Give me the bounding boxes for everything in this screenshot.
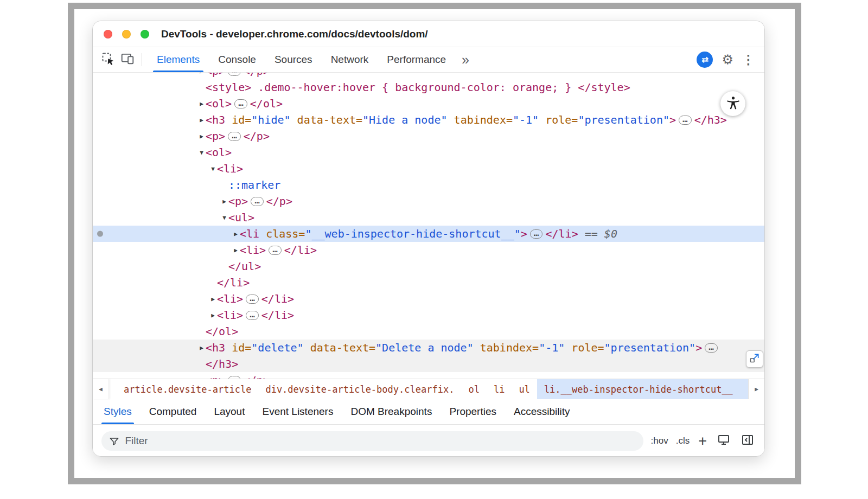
dom-token-val: "Delete a node" (375, 341, 474, 354)
dom-token-attr: data-text= (304, 341, 375, 354)
toggle-sidebar-button[interactable] (739, 433, 756, 449)
dom-tree-row[interactable]: ▶<ol>…</ol> (93, 95, 764, 112)
breadcrumb-item[interactable]: li.__web-inspector-hide-shortcut__ (537, 379, 748, 399)
collapsed-triangle-icon[interactable]: ▶ (197, 73, 206, 75)
ellipsis-expand-button[interactable]: … (269, 246, 282, 255)
dom-tree-row[interactable]: ▶<p>…</p> (93, 193, 764, 209)
ellipsis-expand-button[interactable]: … (530, 229, 543, 239)
expanded-triangle-icon[interactable]: ▼ (197, 149, 206, 156)
ellipsis-expand-button[interactable]: … (246, 311, 259, 320)
inspect-element-button[interactable] (98, 50, 118, 69)
indent-spacer (93, 364, 197, 364)
tab-properties[interactable]: Properties (441, 399, 505, 424)
dom-token-tag: </ol> (250, 97, 283, 110)
dom-tree-row[interactable]: </ol> (93, 323, 764, 340)
dom-tree-row[interactable]: </h3> (93, 356, 764, 372)
dom-tree-row[interactable]: </ul> (93, 258, 764, 274)
ellipsis-expand-button[interactable]: … (679, 116, 692, 125)
tab-event-listeners[interactable]: Event Listeners (253, 399, 342, 424)
breadcrumb-scroll-right-button[interactable]: ▶ (748, 379, 764, 399)
device-toolbar-button[interactable] (118, 50, 137, 69)
tab-elements[interactable]: Elements (148, 47, 209, 72)
close-button[interactable] (104, 30, 112, 39)
more-tabs-button[interactable]: » (455, 53, 476, 67)
dom-tree-row[interactable]: </li> (93, 274, 764, 291)
tab-styles[interactable]: Styles (95, 399, 141, 424)
dom-tree-row[interactable]: ▶<h3 id="hide" data-text="Hide a node" t… (93, 112, 764, 128)
accessibility-fab-button[interactable] (720, 91, 745, 116)
tab-sources[interactable]: Sources (265, 47, 322, 72)
indent-spacer (93, 120, 197, 120)
dom-token-tag: </li> (261, 292, 294, 305)
tab-layout[interactable]: Layout (205, 399, 253, 424)
settings-button[interactable]: ⚙ (722, 53, 733, 66)
dom-tree-row[interactable]: ▶<li class="__web-inspector-hide-shortcu… (93, 226, 764, 242)
collapsed-triangle-icon[interactable]: ▶ (197, 100, 206, 107)
dom-token-tag: <p> (206, 130, 225, 143)
jump-to-element-button[interactable] (746, 350, 763, 368)
dom-token-tag: <ul> (228, 211, 254, 224)
ellipsis-expand-button[interactable]: … (228, 132, 241, 141)
dom-tree-row[interactable]: ::marker (93, 177, 764, 193)
dom-tree-row[interactable]: <style> .demo--hover:hover { background-… (93, 79, 764, 95)
dom-tree-row[interactable]: ▼<ol> (93, 144, 764, 161)
dom-token-tag: </ol> (206, 325, 238, 338)
dom-tree-row[interactable]: ▶<p>…</p> (93, 128, 764, 144)
toggle-element-state-button[interactable]: :hov (651, 436, 668, 446)
rendering-emulations-button[interactable] (716, 433, 732, 449)
main-menu-button[interactable]: ⋮ (742, 54, 755, 66)
collapsed-triangle-icon[interactable]: ▶ (197, 344, 206, 351)
breadcrumb-scroll-left-button[interactable]: ◀ (93, 379, 109, 399)
collapsed-triangle-icon[interactable]: ▶ (232, 231, 240, 238)
tab-network[interactable]: Network (322, 47, 378, 72)
ellipsis-expand-button[interactable]: … (234, 99, 247, 108)
collapsed-triangle-icon[interactable]: ▶ (197, 377, 206, 379)
element-classes-button[interactable]: .cls (676, 436, 690, 446)
zoom-button[interactable] (141, 30, 149, 39)
collapsed-triangle-icon[interactable]: ▶ (197, 117, 206, 124)
collapsed-triangle-icon[interactable]: ▶ (220, 198, 228, 205)
breadcrumb-bar: ◀ article.devsite-articlediv.devsite-art… (93, 379, 764, 399)
dom-token-attr: tabindex= (474, 341, 539, 354)
ellipsis-expand-button[interactable]: … (705, 343, 718, 353)
ellipsis-expand-button[interactable]: … (251, 197, 264, 206)
collapsed-triangle-icon[interactable]: ▶ (197, 133, 206, 140)
expanded-triangle-icon[interactable]: ▼ (209, 165, 217, 172)
collapsed-triangle-icon[interactable]: ▶ (209, 296, 217, 303)
dom-token-val: "Hide a node" (362, 113, 448, 126)
breadcrumb-item[interactable]: li (487, 379, 512, 399)
tab-computed[interactable]: Computed (141, 399, 206, 424)
dom-tree-row[interactable]: ▶<li>…</li> (93, 242, 764, 258)
tab-accessibility[interactable]: Accessibility (505, 399, 578, 424)
ellipsis-expand-button[interactable]: … (228, 376, 241, 379)
indent-spacer (93, 250, 232, 251)
dom-tree-row[interactable]: ▶<li>…</li> (93, 291, 764, 307)
dom-token-val: "hide" (251, 113, 290, 126)
sync-extension-button[interactable]: ⇄ (697, 52, 713, 68)
ellipsis-expand-button[interactable]: … (246, 295, 259, 304)
dom-token-tag: </h3> (694, 113, 727, 126)
breadcrumb-item[interactable]: ul (512, 379, 537, 399)
expanded-triangle-icon[interactable]: ▼ (220, 214, 228, 221)
breadcrumb-item[interactable]: div.devsite-article-body.clearfix. (258, 379, 461, 399)
dom-tree-row[interactable]: ▶<h3 id="delete" data-text="Delete a nod… (93, 340, 764, 356)
breadcrumb-item[interactable]: ol (461, 379, 486, 399)
dom-tree-row[interactable]: ▶<p>…</p> (93, 73, 764, 79)
collapsed-triangle-icon[interactable]: ▶ (209, 312, 217, 319)
new-style-rule-button[interactable]: + (698, 434, 707, 449)
toggle-sidebar-icon (741, 433, 754, 449)
dom-tree-row[interactable]: ▶<li>…</li> (93, 307, 764, 323)
tab-console[interactable]: Console (209, 47, 265, 72)
dom-tree-row[interactable]: ▶<p>…</p> (93, 372, 764, 379)
tab-performance[interactable]: Performance (378, 47, 455, 72)
dom-tree-row[interactable]: ▼<ul> (93, 209, 764, 226)
filter-field[interactable] (101, 431, 643, 451)
filter-input[interactable] (125, 435, 635, 447)
minimize-button[interactable] (122, 30, 131, 39)
collapsed-triangle-icon[interactable]: ▶ (232, 247, 240, 254)
ellipsis-expand-button[interactable]: … (228, 73, 241, 76)
breadcrumb-item[interactable]: article.devsite-article (117, 379, 258, 399)
dom-token-val: "delete" (251, 341, 303, 354)
tab-dom-breakpoints[interactable]: DOM Breakpoints (342, 399, 441, 424)
dom-tree-row[interactable]: ▼<li> (93, 161, 764, 177)
